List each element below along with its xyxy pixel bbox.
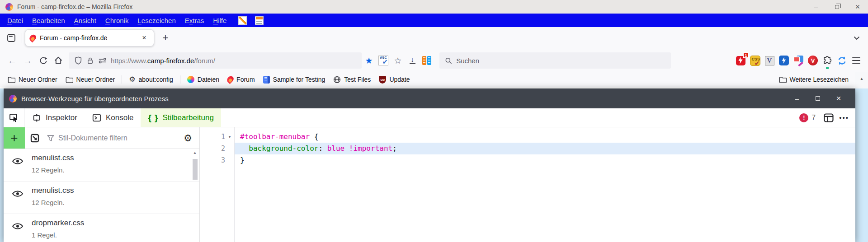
editor-gutter: 1▾23 <box>200 127 234 242</box>
url-bar[interactable]: https://www.camp-firefox.de/forum/ <box>69 52 362 69</box>
stylesheet-row-menulist-1[interactable]: menulist.css 12 Regeln. <box>4 149 199 182</box>
toggle-visibility-button[interactable] <box>4 149 32 181</box>
stylesheet-name[interactable]: menulist.css <box>32 154 74 163</box>
notes-extension-icon[interactable] <box>238 16 247 25</box>
bookmark-forum[interactable]: Forum <box>224 74 258 84</box>
home-button[interactable] <box>51 53 66 68</box>
stylesheet-name[interactable]: dropmarker.css <box>32 219 84 228</box>
devtools-close-button[interactable]: × <box>828 91 849 106</box>
menu-lesezeichen[interactable]: Lesezeichen <box>133 14 180 27</box>
maximize-icon <box>816 96 820 101</box>
hamburger-icon <box>852 57 860 64</box>
stylesheet-name[interactable]: menulist.css <box>32 186 74 195</box>
filter-stylesheets-input[interactable] <box>58 134 162 142</box>
red-v-extension[interactable]: V <box>806 53 820 68</box>
search-icon <box>445 57 452 65</box>
folder-icon <box>779 76 787 83</box>
devtools-options-button[interactable]: ••• <box>839 114 849 121</box>
restore-button[interactable] <box>826 0 847 14</box>
bookmark-test-files[interactable]: Test Files <box>330 74 374 85</box>
download-extension[interactable]: ↓ <box>405 53 420 68</box>
notifier-extension[interactable]: 1 <box>733 53 748 68</box>
tab-close-button[interactable]: × <box>139 33 149 43</box>
bookmark-neuer-ordner-2[interactable]: Neuer Ordner <box>62 74 118 84</box>
rate-extension[interactable]: ☆ <box>391 53 405 68</box>
pick-element-button[interactable] <box>4 108 24 127</box>
menu-chronik[interactable]: Chronik <box>101 14 133 27</box>
toggle-visibility-button[interactable] <box>4 214 32 242</box>
search-input[interactable] <box>456 57 665 65</box>
page-scrollbar[interactable]: ▴ <box>855 72 868 242</box>
back-button[interactable]: ← <box>5 53 20 68</box>
more-bookmarks-button[interactable]: Weitere Lesezeichen <box>776 74 852 84</box>
menu-extras[interactable]: Extras <box>180 14 209 27</box>
menu-bearbeiten[interactable]: Bearbeiten <box>28 14 70 27</box>
bookmark-label: Sample for Testing <box>273 76 326 83</box>
import-icon <box>29 133 40 144</box>
stylesheet-row-dropmarker[interactable]: dropmarker.css 1 Regel. <box>4 214 199 242</box>
sidebar-scrollbar[interactable]: ▴ <box>191 150 198 242</box>
tab-konsole[interactable]: Konsole <box>85 108 141 127</box>
menu-ansicht[interactable]: Ansicht <box>70 14 101 27</box>
reload-button[interactable] <box>35 53 51 68</box>
devtools-window: Browser-Werkzeuge für übergeordneten Pro… <box>4 88 855 242</box>
search-bar[interactable] <box>439 52 671 69</box>
tab-label: Stilbearbeitung <box>162 113 213 122</box>
new-tab-button[interactable]: + <box>158 30 173 46</box>
performance-extension[interactable] <box>777 53 791 68</box>
css-check-icon: ✔ <box>755 60 760 67</box>
folder-icon <box>66 76 73 83</box>
toggle-visibility-button[interactable] <box>4 182 32 214</box>
devtools-maximize-button[interactable] <box>807 91 828 106</box>
code-line[interactable]: } <box>235 154 855 166</box>
close-button[interactable]: × <box>847 0 868 14</box>
settings-gear-icon[interactable]: ⚙ <box>184 133 192 143</box>
stylesheet-list: menulist.css 12 Regeln. menulist.css 12 … <box>4 149 199 242</box>
url-text[interactable]: https://www.camp-firefox.de/forum/ <box>111 57 215 65</box>
screenshot-extension[interactable] <box>791 53 806 68</box>
bookmark-dateien[interactable]: Dateien <box>184 74 222 84</box>
browser-window: Forum - camp-firefox.de – Mozilla Firefo… <box>0 0 868 87</box>
scroll-up-arrow-icon[interactable]: ▴ <box>193 150 196 157</box>
download-icon: ↓ <box>410 57 415 64</box>
globe-icon <box>333 76 341 84</box>
bookmark-about-config[interactable]: ⚙ about:config <box>126 74 176 84</box>
firefox-view-button[interactable] <box>4 30 19 46</box>
bookmark-neuer-ordner-1[interactable]: Neuer Ordner <box>5 74 61 84</box>
minimize-button[interactable]: – <box>806 0 826 14</box>
split-panel-icon[interactable] <box>823 112 835 124</box>
bookmark-star-button[interactable]: ★ <box>362 53 376 68</box>
red-v-icon: V <box>808 56 818 65</box>
code-line[interactable]: #toolbar-menubar { <box>235 131 855 143</box>
app-menu-button[interactable] <box>849 53 863 68</box>
scroll-up-arrow-icon[interactable]: ▴ <box>855 72 868 84</box>
forward-button[interactable]: → <box>20 53 35 68</box>
scrollbar-thumb[interactable] <box>193 159 198 180</box>
list-all-tabs-button[interactable] <box>849 30 864 46</box>
new-stylesheet-button[interactable]: + <box>4 127 25 149</box>
extensions-button[interactable] <box>820 53 835 68</box>
tab-forum[interactable]: Forum - camp-firefox.de × <box>25 29 154 47</box>
url-path: /forum/ <box>194 57 215 65</box>
bookmark-update[interactable]: uo Update <box>376 74 413 85</box>
table-extension-icon[interactable] <box>255 16 264 25</box>
titlebar: Forum - camp-firefox.de – Mozilla Firefo… <box>0 0 868 14</box>
css-validator-extension[interactable]: CSS ✔ <box>748 53 762 68</box>
tab-stilbearbeitung[interactable]: { } Stilbearbeitung <box>141 108 221 127</box>
devtools-minimize-button[interactable]: – <box>787 91 807 106</box>
w3c-validator-extension[interactable]: W3C ✔ <box>376 53 391 68</box>
menu-hilfe[interactable]: Hilfe <box>208 14 231 27</box>
bookmark-sample-for-testing[interactable]: Sample for Testing <box>260 74 329 85</box>
tab-inspektor[interactable]: Inspektor <box>24 108 85 127</box>
code-line[interactable]: background-color: blue !important; <box>235 143 855 154</box>
console-icon <box>92 113 102 123</box>
stylesheet-row-menulist-2[interactable]: menulist.css 12 Regeln. <box>4 182 199 214</box>
forward-icon: → <box>23 56 32 66</box>
import-stylesheet-button[interactable] <box>25 127 45 149</box>
editor-code[interactable]: #toolbar-menubar { background-color: blu… <box>234 127 855 242</box>
colorpicker-extension[interactable] <box>420 53 434 68</box>
sync-extension[interactable] <box>835 53 849 68</box>
html-validator-extension[interactable]: V <box>762 53 777 68</box>
menu-datei[interactable]: Datei <box>3 14 28 27</box>
error-badge-icon[interactable]: ! <box>799 113 808 122</box>
